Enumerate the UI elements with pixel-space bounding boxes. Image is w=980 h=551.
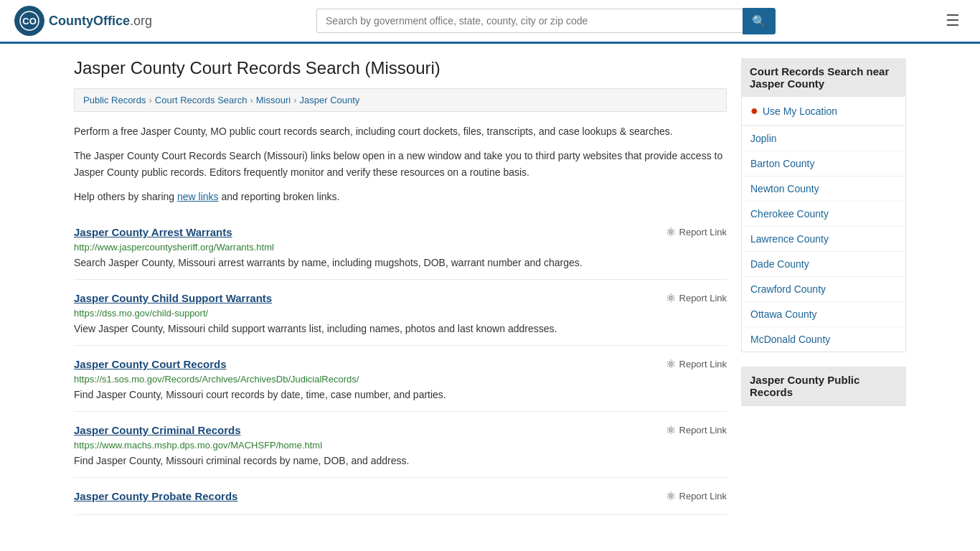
report-link-button-4[interactable]: ⚛ Report Link bbox=[666, 489, 727, 503]
record-desc-3: Find Jasper County, Missouri criminal re… bbox=[74, 453, 727, 468]
public-records-section-title: Jasper County Public Records bbox=[741, 367, 906, 405]
record-header: Jasper County Arrest Warrants ⚛ Report L… bbox=[74, 225, 727, 239]
record-title-4[interactable]: Jasper County Probate Records bbox=[74, 490, 237, 502]
nearby-section: Court Records Search near Jasper County … bbox=[741, 58, 906, 352]
record-header: Jasper County Probate Records ⚛ Report L… bbox=[74, 489, 727, 503]
sidebar: Court Records Search near Jasper County … bbox=[741, 58, 906, 515]
page-title: Jasper County Court Records Search (Miss… bbox=[74, 58, 727, 78]
breadcrumb-court-records[interactable]: Court Records Search bbox=[155, 95, 248, 105]
record-title-2[interactable]: Jasper County Court Records bbox=[74, 358, 227, 370]
record-entry: Jasper County Probate Records ⚛ Report L… bbox=[74, 478, 727, 515]
site-header: CO CountyOffice.org 🔍 ☰ bbox=[0, 0, 980, 44]
nearby-list-item[interactable]: Ottawa County bbox=[742, 302, 905, 327]
report-icon-4: ⚛ bbox=[666, 489, 676, 503]
use-location-item[interactable]: ● Use My Location bbox=[742, 97, 905, 126]
record-header: Jasper County Court Records ⚛ Report Lin… bbox=[74, 357, 727, 371]
record-header: Jasper County Criminal Records ⚛ Report … bbox=[74, 423, 727, 437]
report-label-4: Report Link bbox=[679, 491, 727, 501]
breadcrumb-sep-2: › bbox=[250, 95, 253, 105]
breadcrumb-jasper-county[interactable]: Jasper County bbox=[300, 95, 360, 105]
record-entry: Jasper County Court Records ⚛ Report Lin… bbox=[74, 346, 727, 412]
nearby-list-item[interactable]: McDonald County bbox=[742, 327, 905, 352]
use-location-link[interactable]: ● Use My Location bbox=[742, 97, 905, 126]
record-desc-1: View Jasper County, Missouri child suppo… bbox=[74, 321, 727, 336]
content-area: Jasper County Court Records Search (Miss… bbox=[74, 58, 727, 515]
logo-area[interactable]: CO CountyOffice.org bbox=[14, 6, 152, 36]
report-label-0: Report Link bbox=[679, 227, 727, 237]
description-para1: Perform a free Jasper County, MO public … bbox=[74, 123, 727, 139]
nearby-list-item[interactable]: Joplin bbox=[742, 126, 905, 151]
hamburger-icon: ☰ bbox=[946, 11, 960, 29]
nearby-list-item[interactable]: Newton County bbox=[742, 176, 905, 202]
report-link-button-1[interactable]: ⚛ Report Link bbox=[666, 291, 727, 305]
nearby-link-0[interactable]: Joplin bbox=[742, 126, 905, 151]
nearby-section-title: Court Records Search near Jasper County bbox=[741, 58, 906, 97]
report-icon-1: ⚛ bbox=[666, 291, 676, 305]
search-button[interactable]: 🔍 bbox=[743, 8, 776, 34]
nearby-list-item[interactable]: Crawford County bbox=[742, 277, 905, 302]
record-entry: Jasper County Child Support Warrants ⚛ R… bbox=[74, 280, 727, 346]
record-desc-2: Find Jasper County, Missouri court recor… bbox=[74, 387, 727, 402]
breadcrumb-public-records[interactable]: Public Records bbox=[83, 95, 146, 105]
nearby-link-6[interactable]: Crawford County bbox=[742, 277, 905, 301]
report-label-1: Report Link bbox=[679, 293, 727, 303]
breadcrumb-missouri[interactable]: Missouri bbox=[256, 95, 291, 105]
record-url-1: https://dss.mo.gov/child-support/ bbox=[74, 308, 727, 319]
logo-icon: CO bbox=[14, 6, 44, 36]
public-records-list bbox=[741, 405, 906, 406]
record-url-2: https://s1.sos.mo.gov/Records/Archives/A… bbox=[74, 374, 727, 385]
breadcrumb-sep-3: › bbox=[293, 95, 296, 105]
logo-text: CountyOffice.org bbox=[49, 14, 152, 29]
report-icon-0: ⚛ bbox=[666, 225, 676, 239]
nearby-link-8[interactable]: McDonald County bbox=[742, 327, 905, 352]
record-title-3[interactable]: Jasper County Criminal Records bbox=[74, 424, 241, 436]
record-header: Jasper County Child Support Warrants ⚛ R… bbox=[74, 291, 727, 305]
record-entry: Jasper County Arrest Warrants ⚛ Report L… bbox=[74, 214, 727, 280]
report-icon-2: ⚛ bbox=[666, 357, 676, 371]
public-records-section: Jasper County Public Records bbox=[741, 367, 906, 406]
record-desc-0: Search Jasper County, Missouri arrest wa… bbox=[74, 255, 727, 270]
description-para2: The Jasper County Court Records Search (… bbox=[74, 148, 727, 180]
description-para3: Help others by sharing new links and rep… bbox=[74, 189, 727, 204]
location-dot-icon: ● bbox=[750, 103, 758, 118]
record-url-0: http://www.jaspercountysheriff.org/Warra… bbox=[74, 242, 727, 253]
main-container: Jasper County Court Records Search (Miss… bbox=[60, 44, 920, 529]
nearby-link-1[interactable]: Barton County bbox=[742, 151, 905, 176]
nearby-list-item[interactable]: Lawrence County bbox=[742, 227, 905, 252]
report-label-3: Report Link bbox=[679, 425, 727, 435]
record-url-3: https://www.machs.mshp.dps.mo.gov/MACHSF… bbox=[74, 440, 727, 451]
report-label-2: Report Link bbox=[679, 359, 727, 369]
nearby-list-item[interactable]: Dade County bbox=[742, 252, 905, 277]
report-link-button-2[interactable]: ⚛ Report Link bbox=[666, 357, 727, 371]
nearby-link-3[interactable]: Cherokee County bbox=[742, 202, 905, 226]
nearby-link-2[interactable]: Newton County bbox=[742, 176, 905, 201]
nearby-list: ● Use My Location JoplinBarton CountyNew… bbox=[741, 97, 906, 352]
nearby-link-5[interactable]: Dade County bbox=[742, 252, 905, 276]
records-list: Jasper County Arrest Warrants ⚛ Report L… bbox=[74, 214, 727, 515]
new-links-link[interactable]: new links bbox=[177, 191, 219, 202]
search-input[interactable] bbox=[316, 9, 743, 33]
report-link-button-3[interactable]: ⚛ Report Link bbox=[666, 423, 727, 437]
nearby-list-item[interactable]: Cherokee County bbox=[742, 202, 905, 227]
menu-button[interactable]: ☰ bbox=[940, 9, 966, 33]
report-icon-3: ⚛ bbox=[666, 423, 676, 437]
svg-text:CO: CO bbox=[22, 16, 37, 27]
breadcrumb: Public Records › Court Records Search › … bbox=[74, 88, 727, 112]
nearby-link-4[interactable]: Lawrence County bbox=[742, 227, 905, 251]
nearby-list-item[interactable]: Barton County bbox=[742, 151, 905, 176]
search-icon: 🔍 bbox=[752, 15, 766, 27]
breadcrumb-sep-1: › bbox=[149, 95, 151, 105]
record-entry: Jasper County Criminal Records ⚛ Report … bbox=[74, 412, 727, 478]
record-title-0[interactable]: Jasper County Arrest Warrants bbox=[74, 226, 232, 238]
search-area: 🔍 bbox=[316, 8, 776, 34]
nearby-link-7[interactable]: Ottawa County bbox=[742, 302, 905, 326]
report-link-button-0[interactable]: ⚛ Report Link bbox=[666, 225, 727, 239]
record-title-1[interactable]: Jasper County Child Support Warrants bbox=[74, 292, 272, 304]
